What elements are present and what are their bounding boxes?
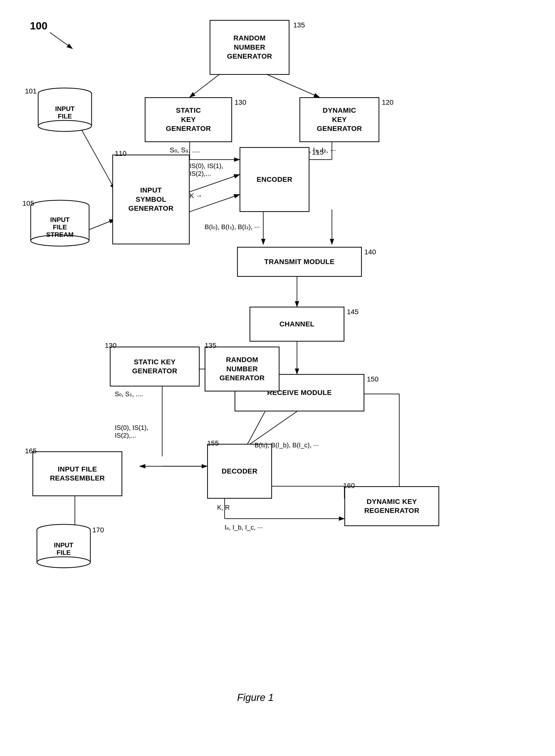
- transmit-module-label: TRANSMIT MODULE: [264, 257, 334, 266]
- ia-ib-ic-label: Iₐ, I_b, I_c, ···: [225, 524, 263, 531]
- channel-number: 145: [347, 308, 358, 316]
- svg-text:INPUT: INPUT: [54, 541, 73, 549]
- input-symbol-generator-number: 110: [115, 150, 127, 157]
- dynamic-key-generator-label: DYNAMICKEYGENERATOR: [317, 106, 362, 133]
- decoder-label: DECODER: [222, 467, 258, 476]
- svg-line-2: [190, 72, 222, 97]
- input-file-bottom-number: 170: [92, 526, 104, 534]
- s0-s1-bottom-label: S₀, S₁, ....: [115, 390, 143, 398]
- diagram-id: 100: [30, 20, 47, 32]
- receive-module-number: 150: [367, 375, 379, 383]
- s0-s1-top-label: S₀, S₁, ....: [170, 146, 200, 154]
- static-key-generator-bottom-number: 130: [105, 342, 117, 349]
- static-key-generator-top-box: STATICKEYGENERATOR: [145, 97, 232, 142]
- input-file-bottom-cylinder: INPUT FILE: [36, 524, 91, 573]
- svg-point-33: [38, 121, 92, 131]
- channel-label: CHANNEL: [280, 320, 314, 329]
- b-top-label: B(I₀), B(I₁), B(I₂), ···: [205, 223, 260, 231]
- random-number-generator-top-number: 135: [293, 21, 305, 29]
- input-symbol-generator-label: INPUTSYMBOLGENERATOR: [129, 186, 174, 213]
- random-number-generator-bottom-label: RANDOMNUMBERGENERATOR: [220, 355, 265, 382]
- svg-text:INPUT: INPUT: [55, 105, 75, 112]
- static-key-generator-bottom-label: STATIC KEYGENERATOR: [132, 358, 177, 376]
- input-file-stream-number: 105: [23, 199, 34, 207]
- transmit-module-number: 140: [364, 248, 376, 256]
- encoder-label: ENCODER: [257, 175, 293, 184]
- is-label-top: IS(0), IS(1),IS(2),...: [190, 162, 223, 178]
- is-bottom-label: IS(0), IS(1),IS(2),...: [115, 424, 148, 439]
- b-bottom-label: B(Iₐ), B(I_b), B(I_c), ···: [255, 441, 319, 449]
- static-key-generator-bottom-box: STATIC KEYGENERATOR: [110, 346, 200, 386]
- input-file-stream-cylinder: INPUT FILE STREAM: [30, 199, 90, 254]
- dynamic-key-regenerator-box: DYNAMIC KEYREGENERATOR: [344, 486, 439, 526]
- k-label-top: K →: [190, 192, 202, 200]
- input-file-top-cylinder: INPUT FILE: [37, 87, 92, 137]
- kr-label: K, R: [217, 504, 230, 511]
- static-key-generator-top-number: 130: [234, 98, 246, 106]
- dynamic-key-generator-box: DYNAMICKEYGENERATOR: [299, 97, 379, 142]
- encoder-box: ENCODER: [240, 147, 309, 212]
- svg-text:FILE: FILE: [57, 549, 71, 556]
- input-file-top-number: 101: [25, 87, 37, 95]
- svg-line-3: [262, 72, 319, 97]
- random-number-generator-bottom-box: RANDOMNUMBERGENERATOR: [205, 346, 280, 391]
- figure-label: Figure 1: [237, 692, 274, 703]
- encoder-number: 115: [312, 148, 324, 156]
- input-file-reassembler-label: INPUT FILEREASSEMBLER: [50, 465, 105, 483]
- dynamic-key-regenerator-number: 160: [343, 482, 355, 490]
- random-number-generator-bottom-number: 135: [205, 342, 216, 349]
- diagram: 100: [0, 0, 555, 723]
- transmit-module-box: TRANSMIT MODULE: [237, 247, 362, 277]
- channel-box: CHANNEL: [250, 307, 344, 342]
- input-file-reassembler-number: 165: [25, 447, 37, 455]
- random-number-generator-top-label: RANDOMNUMBERGENERATOR: [227, 34, 272, 61]
- svg-text:FILE: FILE: [58, 112, 72, 120]
- svg-point-48: [37, 557, 90, 568]
- svg-text:FILE: FILE: [53, 223, 67, 231]
- random-number-generator-top-box: RANDOMNUMBERGENERATOR: [210, 20, 290, 75]
- svg-text:STREAM: STREAM: [46, 231, 74, 238]
- decoder-box: DECODER: [207, 444, 272, 499]
- input-symbol-generator-box: INPUTSYMBOLGENERATOR: [112, 155, 190, 244]
- static-key-generator-top-label: STATICKEYGENERATOR: [166, 106, 211, 133]
- dynamic-key-regenerator-label: DYNAMIC KEYREGENERATOR: [364, 497, 420, 515]
- svg-line-1: [50, 33, 72, 49]
- input-file-reassembler-box: INPUT FILEREASSEMBLER: [33, 451, 122, 496]
- dynamic-key-generator-number: 120: [382, 98, 393, 106]
- decoder-number: 155: [207, 439, 219, 447]
- svg-text:INPUT: INPUT: [50, 216, 70, 223]
